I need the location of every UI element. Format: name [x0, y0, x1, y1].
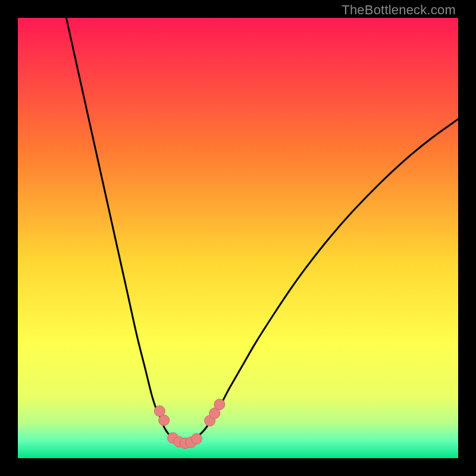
data-marker [191, 433, 202, 444]
data-marker [159, 415, 170, 425]
bottleneck-chart [18, 18, 458, 458]
gradient-background [18, 18, 458, 458]
attribution-text: TheBottleneck.com [342, 2, 456, 18]
data-marker [214, 399, 225, 410]
plot-frame [18, 18, 458, 458]
